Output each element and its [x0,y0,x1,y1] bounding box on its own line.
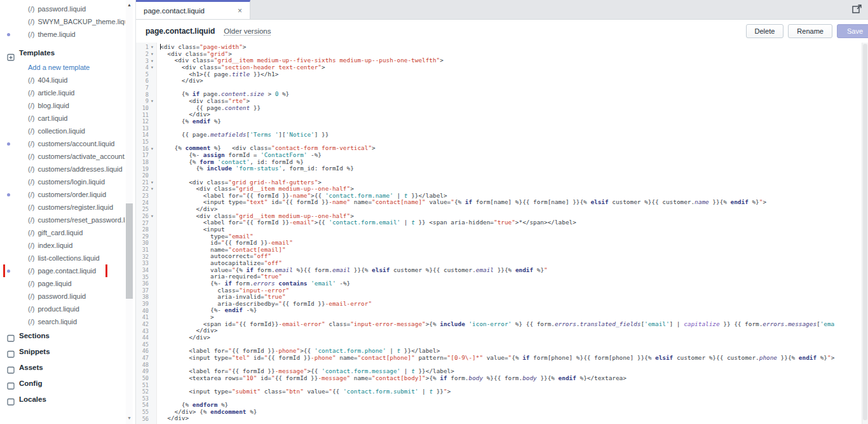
sidebar-file-item[interactable]: (/)404.liquid [0,74,125,86]
sidebar-folder-locales[interactable]: Locales [0,392,125,407]
expand-editor-icon[interactable] [851,3,863,15]
folder-name-label: Locales [19,395,46,403]
code-line: <div class="page-width"> [160,44,868,51]
line-number: 1 [136,44,149,50]
gutter-row: 12 [136,118,156,125]
sidebar-file-item[interactable]: (/)page.contact.liquid [0,264,125,277]
save-button[interactable]: Save [837,24,868,38]
fold-toggle-icon[interactable]: ▾ [149,179,156,186]
file-tree: (/)password.liquid(/)SWYM_BACKUP_theme.l… [0,3,125,407]
sidebar-folder-config[interactable]: Config [0,376,125,392]
sidebar-file-item[interactable]: (/)customers/register.liquid [0,201,125,214]
fold-toggle-icon[interactable]: ▾ [149,51,156,57]
gutter-row: 1▾ [136,44,156,51]
file-name-label: customers/login.liquid [37,178,105,186]
gutter-row: 54 [136,402,156,409]
sidebar-file-item[interactable]: (/)list-collections.liquid [0,252,125,264]
code-line: <textarea rows="10" id="{{ formId }}-mes… [160,375,868,382]
sidebar-file-item[interactable]: (/)customers/login.liquid [0,175,125,188]
sidebar-file-item[interactable]: (/)SWYM_BACKUP_theme.liquid [0,15,125,28]
sidebar-file-item[interactable]: (/)article.liquid [0,86,125,99]
sidebar-scroll-up-icon[interactable]: ▲ [126,1,133,9]
add-new-template-link[interactable]: Add a new template [0,61,125,74]
gutter-row: 18 [136,159,156,166]
code-line: <input type="text" id="{{ formId }}-name… [160,199,868,206]
sidebar-folder-assets[interactable]: Assets [0,360,125,376]
sidebar-file-item[interactable]: (/)blog.liquid [0,99,125,112]
gutter-row: 47 [136,355,156,362]
gutter-row: 56 [136,415,156,422]
line-number: 42 [136,321,149,327]
fold-toggle-icon[interactable]: ▾ [149,186,156,192]
gutter-row: 19 [136,165,156,172]
file-name-label: list-collections.liquid [37,254,99,262]
sidebar-scrollbar-thumb[interactable] [126,203,133,299]
file-name-label: 404.liquid [37,76,67,84]
line-number: 43 [136,328,149,334]
line-number: 3 [136,58,149,64]
folder-icon [7,380,15,387]
line-number: 34 [136,267,149,273]
rename-button[interactable]: Rename [788,24,832,38]
delete-button[interactable]: Delete [746,24,784,38]
sidebar-scroll-down-icon[interactable]: ▼ [126,414,133,422]
sidebar-file-item[interactable]: (/)customers/addresses.liquid [0,163,125,175]
sidebar-file-item[interactable]: (/)index.liquid [0,239,125,252]
liquid-file-icon: (/) [28,5,34,13]
gutter-row: 17 [136,152,156,159]
modified-dot-icon [7,33,10,36]
fold-toggle-icon[interactable]: ▾ [149,64,156,71]
line-number: 27 [136,220,149,226]
sidebar-folder-sections[interactable]: Sections [0,328,125,344]
line-number: 37 [136,287,149,294]
folder-name-label: Assets [19,364,43,371]
line-number: 40 [136,308,149,314]
sidebar-folder-snippets[interactable]: Snippets [0,344,125,360]
gutter-row: 4▾ [136,64,156,71]
line-number: 49 [136,368,149,374]
line-number: 22 [136,186,149,192]
line-number: 15 [136,139,149,145]
liquid-file-icon: (/) [28,76,34,84]
line-number: 20 [136,172,149,179]
gutter-row: 15 [136,139,156,146]
sidebar-file-item[interactable]: (/)customers/order.liquid [0,188,125,201]
gutter-row: 27 [136,219,156,226]
sidebar-file-item[interactable]: (/)product.liquid [0,303,125,315]
editor-scrollbar-thumb[interactable] [863,44,867,420]
line-number: 10 [136,105,149,111]
file-name-label: gift_card.liquid [37,229,83,236]
sidebar-file-item[interactable]: (/)cart.liquid [0,112,125,125]
fold-toggle-icon[interactable]: ▾ [149,146,156,152]
sidebar-file-item[interactable]: (/)password.liquid [0,3,125,15]
sidebar-file-item[interactable]: (/)customers/activate_account.liquid [0,150,125,163]
fold-toggle-icon[interactable]: ▾ [149,44,156,50]
older-versions-link[interactable]: Older versions [224,27,271,36]
file-name-label: customers/order.liquid [37,191,106,198]
gutter-row: 14 [136,132,156,139]
gutter-row: 46 [136,348,156,355]
code-content[interactable]: <div class="page-width"> <div class="gri… [157,43,868,424]
sidebar-file-item[interactable]: (/)search.liquid [0,315,125,328]
line-number: 48 [136,362,149,368]
tab-page-contact-liquid[interactable]: page.contact.liquid × [136,0,250,19]
code-line [160,395,868,402]
close-tab-icon[interactable]: × [238,7,242,15]
sidebar-file-item[interactable]: (/)gift_card.liquid [0,226,125,239]
sidebar-file-item[interactable]: (/)collection.liquid [0,125,125,137]
gutter-row: 40 [136,307,156,314]
sidebar-file-item[interactable]: (/)password.liquid [0,290,125,303]
fold-toggle-icon[interactable]: ▾ [149,98,156,104]
sidebar-file-item[interactable]: (/)theme.liquid [0,28,125,41]
liquid-file-icon: (/) [28,305,34,313]
sidebar-folder-templates[interactable]: Templates [0,44,125,61]
fold-toggle-icon[interactable]: ▾ [149,213,156,219]
code-editor[interactable]: 1▾2▾3▾4▾56789▾10111213141516▾1718192021▾… [136,43,868,424]
fold-toggle-icon[interactable]: ▾ [149,58,156,64]
line-number: 39 [136,301,149,307]
gutter-row: 9▾ [136,98,156,105]
sidebar-file-item[interactable]: (/)page.liquid [0,277,125,290]
gutter-row: 2▾ [136,51,156,58]
sidebar-file-item[interactable]: (/)customers/account.liquid [0,137,125,150]
sidebar-file-item[interactable]: (/)customers/reset_password.liquid [0,214,125,226]
